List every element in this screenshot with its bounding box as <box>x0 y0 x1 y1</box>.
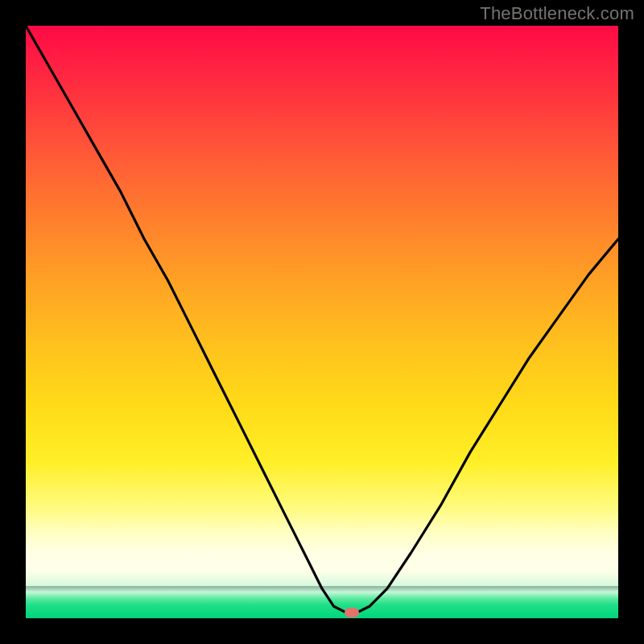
optimal-point-marker <box>345 608 359 617</box>
watermark-label: TheBottleneck.com <box>480 3 634 24</box>
bottleneck-curve-path <box>26 26 618 613</box>
chart-frame: TheBottleneck.com <box>0 0 644 644</box>
plot-area <box>26 26 618 618</box>
bottleneck-curve <box>26 26 618 618</box>
